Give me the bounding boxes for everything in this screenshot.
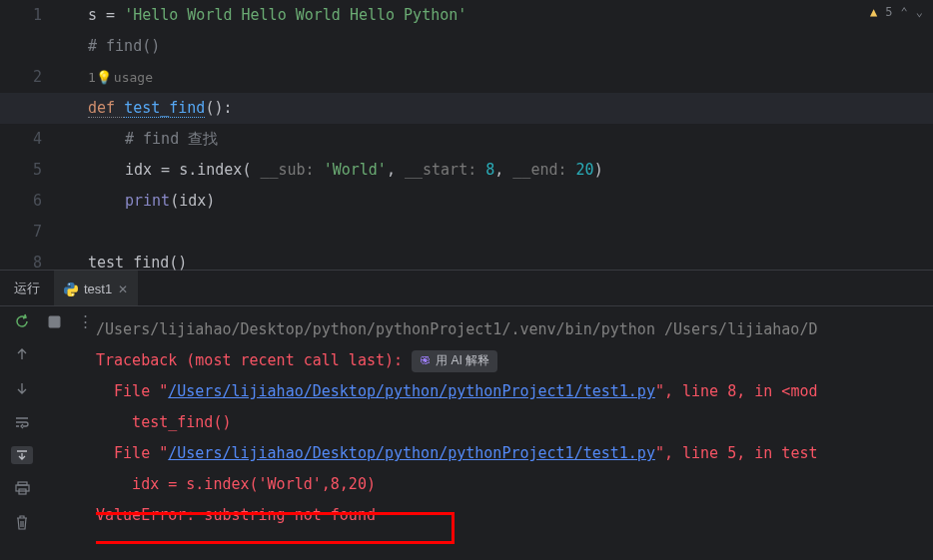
code-line[interactable]: # find() [60,31,933,62]
up-icon[interactable] [12,344,32,364]
code-line[interactable]: def test_find(): [60,93,933,124]
more-actions-icon[interactable]: ⋮ [76,311,96,331]
line-number: 6 [0,186,42,217]
code-editor[interactable]: ▲ 5 ⌃ ⌄ 1 2 3 4 5 6 7 8 s = 'Hello World… [0,0,933,270]
print-icon[interactable] [12,478,32,498]
console-line: File "/Users/lijiahao/Desktop/python/pyt… [96,376,933,407]
run-side-toolbar [0,336,44,532]
editor-gutter[interactable]: 1 2 3 4 5 6 7 8 [0,0,60,270]
run-panel: 运行 test1 ✕ ⋮ /Users/lijiahao/Desktop [0,270,933,560]
code-line[interactable]: s = 'Hello World Hello World Hello Pytho… [60,0,933,31]
file-link[interactable]: /Users/lijiahao/Desktop/python/pythonPro… [168,382,655,400]
code-line[interactable]: idx = s.index( __sub: 'World', __start: … [60,155,933,186]
down-icon[interactable] [12,378,32,398]
python-icon [64,282,78,296]
code-content[interactable]: s = 'Hello World Hello World Hello Pytho… [60,0,933,270]
line-number: 4 [0,124,42,155]
svg-point-0 [69,283,70,284]
console-line: File "/Users/lijiahao/Desktop/python/pyt… [96,438,933,469]
code-line[interactable]: print(idx) [60,186,933,217]
line-number: 5 [0,155,42,186]
rerun-button[interactable] [12,311,32,331]
code-line[interactable]: test find() [60,248,933,279]
run-tool-label[interactable]: 运行 [0,280,54,297]
console-line: test_find() [96,407,933,438]
scroll-to-end-icon[interactable] [11,446,33,464]
stop-button[interactable] [44,311,64,331]
line-number: 7 [0,217,42,248]
run-tab-name: test1 [84,281,112,296]
console-error-line: ValueError: substring not found [96,500,933,531]
svg-point-1 [72,293,73,294]
bulb-icon[interactable]: 💡 [96,70,112,85]
line-number: 1 [0,0,42,31]
svg-rect-4 [16,485,29,491]
ai-explain-button[interactable]: ֎用 AI 解释 [412,350,497,372]
close-tab-icon[interactable]: ✕ [118,282,128,296]
line-number: 8 [0,248,42,279]
console-line: idx = s.index('World',8,20) [96,469,933,500]
console-output[interactable]: /Users/lijiahao/Desktop/python/pythonPro… [96,306,933,560]
console-line: Traceback (most recent call last): ֎用 AI… [96,345,933,376]
code-line[interactable] [60,217,933,248]
console-line: /Users/lijiahao/Desktop/python/pythonPro… [96,314,933,345]
file-link[interactable]: /Users/lijiahao/Desktop/python/pythonPro… [168,444,655,462]
delete-icon[interactable] [12,512,32,532]
ai-icon: ֎ [420,345,432,376]
line-number: 2 [0,31,42,93]
svg-rect-2 [49,316,60,327]
soft-wrap-icon[interactable] [12,412,32,432]
usage-hint[interactable]: 1💡usage [60,62,933,93]
code-line[interactable]: # find 查找 [60,124,933,155]
